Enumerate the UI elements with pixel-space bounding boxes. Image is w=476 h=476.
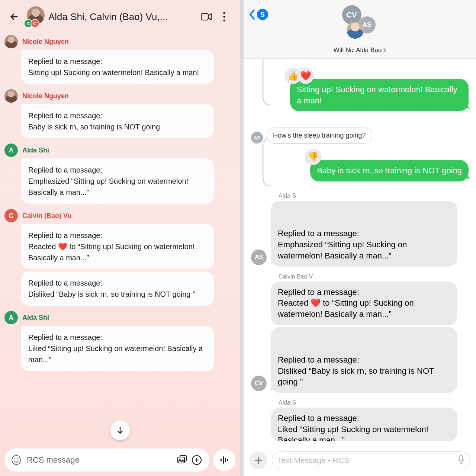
svg-point-3: [223, 19, 225, 21]
android-messages-pane: A C Alda Shi, Calvin (Bao) Vu,... Nicole…: [0, 0, 240, 476]
back-button[interactable]: 5: [249, 9, 268, 20]
svg-rect-13: [223, 456, 224, 464]
received-message-bubble[interactable]: Replied to a message: Disliked “Baby is …: [271, 327, 457, 393]
quoted-reply-bubble[interactable]: How's the sleep training going?: [267, 128, 372, 144]
message-group: Nicole Nguyen Replied to a message: Baby…: [4, 89, 235, 138]
message-bubble[interactable]: Replied to a message: Reacted ❤️ to “Sit…: [21, 224, 214, 269]
svg-point-5: [14, 458, 15, 459]
gallery-icon: [177, 455, 187, 465]
bubble-tail-icon: [463, 102, 471, 109]
received-message-bubble[interactable]: Replied to a message: Reacted ❤️ to “Sit…: [271, 282, 457, 325]
compose-placeholder: RCS message: [23, 455, 174, 465]
video-call-button[interactable]: [197, 8, 215, 26]
incoming-avatar[interactable]: CV: [251, 376, 267, 391]
message-text: Replied to a message: Emphasized “Sittin…: [278, 229, 407, 260]
avatar-photo: [347, 22, 364, 39]
android-message-list[interactable]: Nicole Nguyen Replied to a message: Sitt…: [0, 33, 240, 445]
reaction-heart[interactable]: ❤️: [298, 68, 314, 84]
chevron-left-icon: [249, 9, 255, 20]
group-name-label: Will Nic Alda Bao: [334, 46, 382, 54]
bubble-tail-icon: [269, 384, 276, 390]
more-options-button[interactable]: [215, 8, 233, 26]
compose-placeholder: Text Message • RCS: [277, 456, 458, 465]
reaction-stack[interactable]: 👍 ❤️: [285, 68, 314, 84]
sender-name: Alda Shi: [22, 314, 49, 322]
reaction-thumbsdown[interactable]: 👎: [305, 149, 321, 165]
message-text: Baby is sick rn, so training is NOT goin…: [317, 166, 462, 175]
bubble-tail-icon: [263, 136, 268, 142]
message-bubble[interactable]: Replied to a message: Disliked “Baby is …: [21, 271, 214, 306]
emoji-button[interactable]: [10, 453, 23, 467]
compose-field[interactable]: RCS message: [4, 448, 209, 472]
dictation-button[interactable]: [458, 455, 464, 466]
gallery-button[interactable]: [174, 453, 189, 467]
sender-avatar[interactable]: C: [4, 209, 18, 222]
group-avatar-cluster[interactable]: CV AS: [338, 5, 382, 39]
message-group: A Alda Shi Replied to a message: Emphasi…: [4, 144, 235, 204]
message-text: Replied to a message: Liked “Sitting up!…: [278, 414, 428, 441]
sent-message-bubble[interactable]: 👍 ❤️ Sitting up! Sucking on watermelon! …: [290, 79, 469, 111]
reaction-stack[interactable]: 👎: [305, 149, 321, 165]
imessage-header: 5 CV AS Will Nic Alda Bao: [244, 0, 476, 59]
sender-name: Nicole Nguyen: [22, 92, 69, 100]
svg-rect-0: [201, 13, 208, 20]
waveform-icon: [220, 455, 229, 465]
back-button[interactable]: [7, 9, 22, 24]
sender-name: Nicole Nguyen: [22, 38, 69, 46]
sender-label: Alda S: [279, 399, 469, 406]
svg-rect-14: [225, 458, 226, 462]
add-attachment-button[interactable]: [250, 451, 267, 469]
sender-avatar[interactable]: A: [4, 144, 18, 157]
video-icon: [200, 12, 212, 21]
microphone-icon: [458, 455, 464, 464]
arrow-down-icon: [116, 426, 125, 435]
svg-point-1: [223, 12, 225, 14]
message-group: C Calvin (Bao) Vu Replied to a message: …: [4, 209, 235, 306]
incoming-avatar[interactable]: AS: [251, 250, 267, 265]
message-group: Nicole Nguyen Replied to a message: Sitt…: [4, 35, 235, 84]
message-text: Sitting up! Sucking on watermelon! Basic…: [297, 85, 457, 105]
group-name-button[interactable]: Will Nic Alda Bao: [334, 46, 386, 54]
message-bubble[interactable]: Replied to a message: Emphasized “Sittin…: [21, 158, 214, 204]
conversation-title[interactable]: Alda Shi, Calvin (Bao) Vu,...: [48, 11, 197, 23]
avatar-badge-c: C: [30, 19, 39, 28]
sender-avatar[interactable]: [4, 89, 18, 103]
sender-name: Alda Shi: [22, 147, 49, 154]
received-message-bubble[interactable]: Replied to a message: Emphasized “Sittin…: [271, 201, 457, 266]
sent-message-bubble[interactable]: 👎 Baby is sick rn, so training is NOT go…: [310, 160, 469, 181]
imessage-pane: 5 CV AS Will Nic Alda Bao 👍 ❤️: [244, 0, 476, 476]
message-bubble[interactable]: Replied to a message: Baby is sick rn, s…: [21, 104, 214, 138]
more-vert-icon: [223, 12, 225, 22]
svg-rect-8: [178, 457, 184, 463]
compose-field[interactable]: Text Message • RCS: [272, 451, 470, 469]
android-compose-row: RCS message: [4, 448, 235, 472]
add-button[interactable]: [189, 453, 204, 467]
voice-message-button[interactable]: [213, 449, 235, 471]
group-avatar-cluster[interactable]: A C: [24, 6, 45, 27]
message-group: A Alda Shi Replied to a message: Liked “…: [4, 311, 235, 371]
svg-point-2: [223, 16, 225, 17]
svg-rect-16: [460, 455, 463, 460]
avatar-cv: CV: [342, 5, 361, 25]
message-text: Replied to a message: Reacted ❤️ to “Sit…: [278, 287, 414, 319]
message-text: Replied to a message: Disliked “Baby is …: [278, 355, 434, 386]
message-text: How's the sleep training going?: [273, 132, 366, 139]
message-bubble[interactable]: Replied to a message: Sitting up! Suckin…: [21, 50, 214, 84]
imessage-message-list[interactable]: 👍 ❤️ Sitting up! Sucking on watermelon! …: [244, 59, 476, 445]
svg-rect-15: [227, 459, 228, 461]
sender-name: Calvin (Bao) Vu: [22, 212, 71, 220]
sender-label: Alda S: [279, 193, 469, 199]
sender-avatar[interactable]: [4, 35, 18, 48]
split-divider: [240, 0, 244, 476]
unread-badge: 5: [257, 9, 268, 20]
android-header: A C Alda Shi, Calvin (Bao) Vu,...: [0, 0, 240, 33]
arrow-left-icon: [9, 12, 19, 22]
message-bubble[interactable]: Replied to a message: Liked “Sitting up!…: [21, 326, 214, 371]
bubble-tail-icon: [269, 258, 276, 264]
sender-avatar[interactable]: A: [4, 311, 18, 324]
received-message-bubble[interactable]: Replied to a message: Liked “Sitting up!…: [271, 408, 457, 441]
plus-icon: [254, 456, 263, 464]
chevron-right-icon: [383, 48, 386, 53]
scroll-to-bottom-button[interactable]: [110, 420, 130, 440]
incoming-avatar[interactable]: AS: [251, 132, 263, 144]
